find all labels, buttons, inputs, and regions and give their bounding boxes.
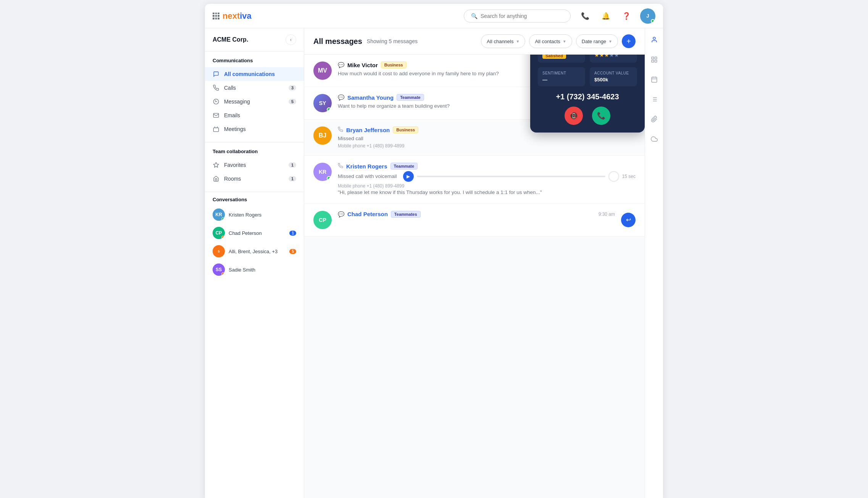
- contacts-chevron-icon: ▼: [563, 39, 566, 44]
- account-value-box: ACCOUNT VALUE $500k: [590, 67, 637, 86]
- message-list: MV 💬 Mike Victor Business 9:30 am How mu…: [304, 55, 645, 498]
- accept-call-button[interactable]: 📞: [592, 107, 610, 125]
- mike-victor-tag: Business: [381, 61, 407, 68]
- filter-contacts-button[interactable]: All contacts ▼: [529, 34, 572, 48]
- convo-item-group[interactable]: 5 Alli, Brent, Jessica, +3 5: [205, 242, 304, 260]
- convo-avatar-chad: CP: [213, 227, 225, 239]
- voicemail-play-button[interactable]: ▶: [403, 171, 414, 182]
- convo-avatar-kristen: KR: [213, 209, 225, 221]
- chad-badge: 1: [289, 231, 296, 236]
- content-area: All messages Showing 5 messages All chan…: [304, 28, 645, 498]
- sidebar-item-favorites[interactable]: Favorites 1: [205, 158, 304, 172]
- svg-rect-5: [652, 57, 653, 59]
- contact-popup: SL Skylar Lin Mediscopic EXP SCORE Satis…: [530, 55, 645, 133]
- mike-victor-avatar: MV: [313, 61, 332, 80]
- bryan-call-icon: [338, 127, 343, 133]
- mike-victor-initials: MV: [318, 67, 327, 74]
- exp-score-box: EXP SCORE Satisfied: [538, 55, 585, 63]
- showing-count: Showing 5 messages: [367, 38, 418, 44]
- chat-channel-icon: 💬: [338, 62, 344, 68]
- chad-peterson-name: Chad Peterson: [347, 211, 388, 217]
- sidebar-item-emails[interactable]: Emails: [205, 108, 304, 122]
- add-message-button[interactable]: +: [622, 34, 636, 48]
- sidebar-item-messaging[interactable]: Messaging 5: [205, 95, 304, 108]
- stars: ★★★★★: [594, 55, 632, 58]
- svg-marker-3: [213, 162, 218, 167]
- decline-call-button[interactable]: 📵: [565, 107, 583, 125]
- favorites-badge: 1: [289, 162, 296, 168]
- convo-avatar-sadie: SS: [213, 264, 225, 276]
- filter-date-button[interactable]: Date range ▼: [576, 34, 618, 48]
- messaging-label: Messaging: [224, 99, 284, 105]
- right-icon-tasks[interactable]: [647, 92, 661, 106]
- sidebar-item-meetings[interactable]: Meetings: [205, 122, 304, 136]
- right-icon-grid[interactable]: [647, 53, 661, 66]
- samantha-chat-icon: 💬: [338, 94, 344, 100]
- sadie-status-dot: [221, 272, 225, 276]
- kristen-status-dot-msg: [327, 176, 331, 181]
- group-badge: 5: [289, 249, 296, 254]
- right-icon-attachment[interactable]: [647, 112, 661, 126]
- sidebar-item-all-communications[interactable]: All communications: [205, 67, 304, 81]
- channels-chevron-icon: ▼: [516, 39, 520, 44]
- convo-avatar-group: 5: [213, 245, 225, 257]
- sidebar-header: ACME Corp. ‹: [205, 28, 304, 52]
- header-filters: All channels ▼ All contacts ▼ Date range…: [481, 34, 636, 48]
- chad-chat-icon: 💬: [338, 211, 344, 217]
- chad-name: Chad Peterson: [229, 230, 286, 236]
- help-button[interactable]: ❓: [620, 9, 633, 23]
- top-nav: nextiva 🔍 📞 🔔 ❓ J: [205, 4, 663, 28]
- chad-peterson-avatar: CP: [313, 211, 332, 229]
- mike-victor-name: Mike Victor: [347, 62, 378, 68]
- message-item-chad-peterson[interactable]: CP 💬 Chad Peterson Teammates 9:30 am ↩: [304, 204, 645, 236]
- search-bar[interactable]: 🔍: [464, 10, 571, 23]
- nav-icons: 📞 🔔 ❓ J: [578, 8, 655, 24]
- sidebar-item-rooms[interactable]: Rooms 1: [205, 172, 304, 186]
- user-initial: J: [646, 13, 649, 19]
- popup-stats: EXP SCORE Satisfied LAST SURVEY ★★★★★ SE: [538, 55, 637, 86]
- rooms-badge: 1: [289, 176, 296, 181]
- svg-rect-1: [213, 113, 218, 118]
- rooms-icon: [213, 175, 219, 182]
- right-icon-contact[interactable]: [647, 33, 661, 47]
- accept-icon: 📞: [597, 112, 605, 120]
- meetings-icon: [213, 126, 219, 133]
- svg-point-4: [653, 37, 655, 39]
- favorites-label: Favorites: [224, 162, 284, 168]
- convo-item-kristen[interactable]: KR Kristen Rogers: [205, 205, 304, 224]
- communications-section: Communications All communications Calls …: [205, 52, 304, 142]
- notifications-button[interactable]: 🔔: [599, 9, 613, 23]
- convo-item-chad[interactable]: CP Chad Peterson 1: [205, 224, 304, 242]
- phone-nav-button[interactable]: 📞: [578, 9, 592, 23]
- message-item-kristen-rogers[interactable]: KR Kristen Rogers Teammate Missed cal: [304, 156, 645, 204]
- account-value-label: ACCOUNT VALUE: [594, 71, 632, 75]
- message-item-bryan-jefferson[interactable]: BJ Bryan Jefferson Business Missed call …: [304, 120, 645, 156]
- calls-badge: 3: [289, 85, 296, 91]
- search-input[interactable]: [481, 13, 563, 19]
- bryan-jefferson-subtext: Mobile phone +1 (480) 899-4899: [338, 143, 636, 149]
- conversations-section: Conversations KR Kristen Rogers CP Chad …: [205, 192, 304, 283]
- sidebar-item-calls[interactable]: Calls 3: [205, 81, 304, 95]
- filter-channels-button[interactable]: All channels ▼: [481, 34, 525, 48]
- right-icon-calendar[interactable]: [647, 73, 661, 86]
- sentiment-label: SENTIMENT: [542, 71, 581, 75]
- collapse-sidebar-button[interactable]: ‹: [286, 34, 296, 45]
- team-collab-title: Team collaboration: [205, 149, 304, 158]
- audio-circle-button[interactable]: [608, 171, 619, 182]
- calls-label: Calls: [224, 85, 284, 91]
- all-comms-icon: [213, 71, 219, 78]
- chad-peterson-reply-button[interactable]: ↩: [621, 213, 636, 227]
- right-sidebar: [645, 28, 663, 498]
- kristen-name: Kristen Rogers: [229, 212, 296, 218]
- samantha-status-dot: [327, 107, 331, 112]
- company-name: ACME Corp.: [213, 36, 248, 43]
- right-icon-cloud[interactable]: [647, 132, 661, 146]
- messaging-icon: [213, 98, 219, 105]
- user-avatar-button[interactable]: J: [640, 8, 655, 24]
- svg-rect-8: [655, 60, 657, 62]
- bryan-jefferson-name: Bryan Jefferson: [346, 127, 390, 133]
- convo-item-sadie[interactable]: SS Sadie Smith: [205, 260, 304, 279]
- kristen-status-dot: [221, 217, 225, 221]
- bryan-jefferson-text: Missed call: [338, 135, 636, 142]
- kristen-rogers-quote: "Hi, please let me know if this Thursday…: [338, 189, 636, 196]
